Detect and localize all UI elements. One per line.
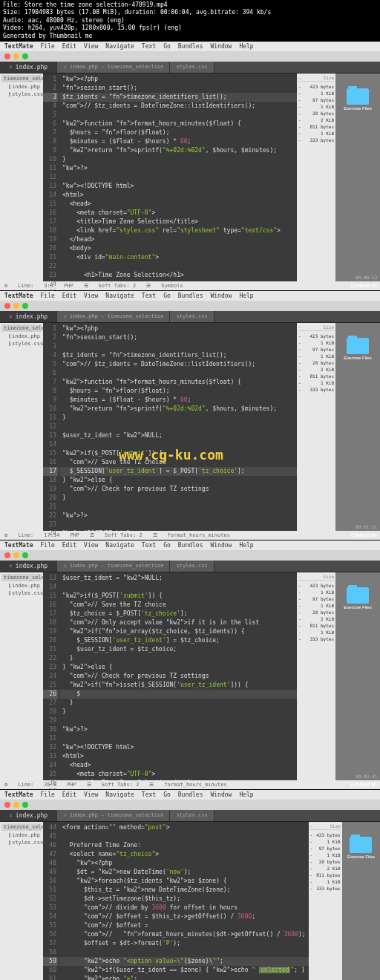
close-icon[interactable]: × <box>9 812 13 819</box>
status-lang[interactable]: PHP <box>67 782 76 788</box>
close-icon[interactable]: × <box>9 313 13 320</box>
status-lang[interactable]: PHP <box>70 532 79 538</box>
close-icon[interactable]: × <box>63 64 67 71</box>
menu-file[interactable]: File <box>41 542 55 549</box>
menu-bundles[interactable]: Bundles <box>178 293 203 299</box>
menu-icon[interactable]: ☰ <box>87 782 91 788</box>
code-content[interactable]: <form action="" method="post"> Preferred… <box>59 822 309 980</box>
code-content[interactable]: $user_tz_ident = "kw2">NULL; "kw2">if($_… <box>59 572 297 780</box>
gear-icon[interactable]: ⚙ <box>4 782 7 788</box>
sidebar-file[interactable]: index.php <box>1 832 42 839</box>
tab-path[interactable]: ×index.php — timezone_selection <box>57 561 170 572</box>
code-editor[interactable]: 4445464748495051525354555657585960616263… <box>43 822 309 980</box>
menu-window[interactable]: Window <box>210 43 232 50</box>
menu-text[interactable]: Text <box>142 43 156 50</box>
menu-icon[interactable]: ☰ <box>149 782 154 788</box>
menu-go[interactable]: Go <box>163 43 171 50</box>
menu-help[interactable]: Help <box>239 293 253 299</box>
status-tabs[interactable]: Soft Tabs: 2 <box>102 782 140 788</box>
menu-file[interactable]: File <box>41 293 55 299</box>
folder-icon[interactable] <box>347 587 369 604</box>
sidebar-file[interactable]: styles.css <box>1 589 42 597</box>
status-symbol[interactable]: Symbols <box>161 283 183 289</box>
menu-window[interactable]: Window <box>210 293 232 299</box>
minimize-icon[interactable] <box>13 53 19 59</box>
tab-index[interactable]: ×index.php <box>0 62 57 73</box>
menu-view[interactable]: View <box>84 791 98 798</box>
menu-file[interactable]: File <box>41 43 55 50</box>
close-icon[interactable]: × <box>9 64 13 71</box>
status-lang[interactable]: PHP <box>64 283 73 289</box>
menu-edit[interactable]: Edit <box>62 43 76 50</box>
sidebar-folder[interactable]: timezone_sele... <box>1 324 42 332</box>
menu-edit[interactable]: Edit <box>62 542 76 549</box>
menu-bundles[interactable]: Bundles <box>178 542 203 549</box>
tab-index[interactable]: ×index.php <box>0 561 57 572</box>
menu-text[interactable]: Text <box>142 791 156 798</box>
menu-help[interactable]: Help <box>239 791 253 798</box>
menu-icon[interactable]: ☰ <box>84 283 88 289</box>
folder-icon[interactable] <box>350 837 372 853</box>
menu-go[interactable]: Go <box>163 293 171 299</box>
gear-icon[interactable]: ⚙ <box>4 532 7 538</box>
menu-icon[interactable]: ☰ <box>146 283 151 289</box>
menu-navigate[interactable]: Navigate <box>105 43 134 50</box>
gear-icon[interactable]: ⚙ <box>4 283 7 289</box>
maximize-icon[interactable] <box>22 802 28 808</box>
menu-icon[interactable]: ☰ <box>90 532 94 538</box>
menu-bundles[interactable]: Bundles <box>178 791 203 798</box>
tab-index[interactable]: ×index.php <box>0 311 57 322</box>
tab-styles[interactable]: styles.css <box>170 311 214 322</box>
tab-path[interactable]: ×index.php — timezone_selection <box>57 810 170 821</box>
minimize-icon[interactable] <box>13 802 19 808</box>
menu-bundles[interactable]: Bundles <box>178 43 203 50</box>
menu-navigate[interactable]: Navigate <box>105 293 134 299</box>
tab-styles[interactable]: styles.css <box>170 810 214 821</box>
close-icon[interactable] <box>4 303 10 309</box>
maximize-icon[interactable] <box>22 303 28 309</box>
menu-go[interactable]: Go <box>163 791 171 798</box>
menu-edit[interactable]: Edit <box>62 791 76 798</box>
close-icon[interactable] <box>4 53 10 59</box>
menu-window[interactable]: Window <box>210 791 232 798</box>
status-symbol[interactable]: format_hours_minutes <box>168 532 230 538</box>
menu-icon[interactable]: ☰ <box>153 532 157 538</box>
close-icon[interactable]: × <box>63 563 67 569</box>
maximize-icon[interactable] <box>22 552 28 558</box>
tab-styles[interactable]: styles.css <box>170 62 214 73</box>
sidebar-file[interactable]: styles.css <box>1 91 42 98</box>
sidebar-file[interactable]: styles.css <box>1 839 42 846</box>
code-content[interactable]: "kw"><?php"fn">session_start(); $tz_iden… <box>59 323 297 531</box>
menu-navigate[interactable]: Navigate <box>105 791 134 798</box>
menu-navigate[interactable]: Navigate <box>105 542 134 549</box>
menu-go[interactable]: Go <box>163 542 171 549</box>
menu-view[interactable]: View <box>84 542 98 549</box>
tab-index[interactable]: ×index.php <box>0 810 57 821</box>
menu-view[interactable]: View <box>84 43 98 50</box>
sidebar-file[interactable]: index.php <box>1 582 42 589</box>
sidebar-file[interactable]: index.php <box>1 333 42 340</box>
code-content[interactable]: "kw"><?php"fn">session_start();$tz_ident… <box>59 74 297 281</box>
code-editor[interactable]: 1234567891011121314151617181920212223242… <box>43 74 297 281</box>
menu-help[interactable]: Help <box>239 43 253 50</box>
menu-help[interactable]: Help <box>239 542 253 549</box>
tab-path[interactable]: ×index.php — timezone_selection <box>57 62 170 73</box>
close-icon[interactable]: × <box>9 563 13 569</box>
status-tabs[interactable]: Soft Tabs: 2 <box>99 283 137 289</box>
menu-text[interactable]: Text <box>142 542 156 549</box>
sidebar-folder[interactable]: timezone_sele... <box>1 823 42 831</box>
tab-path[interactable]: ×index.php — timezone_selection <box>57 311 170 322</box>
menu-text[interactable]: Text <box>142 293 156 299</box>
sidebar-file[interactable]: index.php <box>1 83 42 91</box>
folder-icon[interactable] <box>347 88 369 105</box>
minimize-icon[interactable] <box>13 552 19 558</box>
code-editor[interactable]: 1314151617181920212223242526272829303132… <box>43 572 297 780</box>
sidebar-folder[interactable]: timezone_sele... <box>1 75 42 82</box>
close-icon[interactable]: × <box>63 313 67 320</box>
menu-view[interactable]: View <box>84 293 98 299</box>
close-icon[interactable] <box>4 802 10 808</box>
folder-icon[interactable] <box>347 338 369 354</box>
menu-window[interactable]: Window <box>210 542 232 549</box>
sidebar-folder[interactable]: timezone_sele... <box>1 574 42 581</box>
status-tabs[interactable]: Soft Tabs: 2 <box>105 532 142 538</box>
